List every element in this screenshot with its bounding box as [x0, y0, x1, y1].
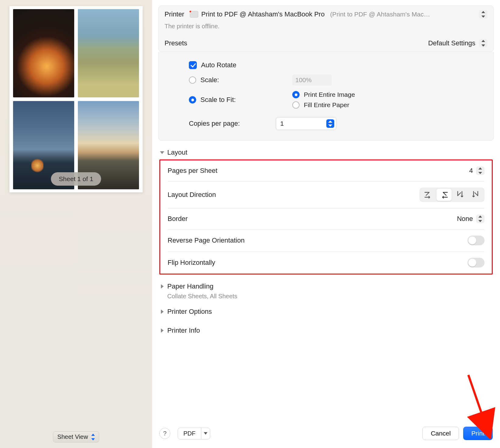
printer-icon [190, 11, 198, 18]
printer-detail: (Print to PDF @ Ahtasham's Mac… [330, 11, 474, 18]
pages-per-sheet-label: Pages per Sheet [168, 167, 217, 175]
chevron-right-icon [159, 328, 164, 333]
reverse-orientation-row: Reverse Page Orientation [168, 229, 484, 252]
border-stepper[interactable] [476, 215, 484, 223]
pages-per-sheet-row[interactable]: Pages per Sheet 4 [168, 160, 484, 181]
printer-name-group: Print to PDF @ Ahtasham's MacBook Pro [190, 10, 325, 18]
flip-horizontally-toggle[interactable] [467, 258, 484, 268]
printer-stepper[interactable] [479, 10, 488, 19]
copies-per-page-label: Copies per page: [189, 120, 240, 128]
printer-options-title: Printer Options [167, 308, 212, 316]
pdf-chevron [201, 428, 210, 439]
scaling-panel: Auto Rotate Scale: Scale to Fit: Print E… [158, 52, 494, 141]
layout-direction-row: Layout Direction [168, 181, 484, 208]
layout-title: Layout [167, 149, 187, 156]
scale-radio[interactable] [189, 76, 196, 84]
fill-entire-radio[interactable] [292, 101, 300, 109]
border-row[interactable]: Border None [168, 208, 484, 229]
layout-direction-option-4[interactable] [468, 189, 483, 201]
print-button[interactable]: Print [463, 427, 493, 440]
pages-per-sheet-value: 4 [469, 167, 473, 175]
auto-rotate-label: Auto Rotate [201, 61, 236, 69]
updown-icon [326, 119, 334, 128]
layout-direction-option-3[interactable] [452, 189, 467, 201]
print-entire-label: Print Entire Image [304, 91, 355, 98]
thumbnail-grid [13, 9, 139, 189]
copies-value: 1 [280, 120, 284, 127]
paper-handling-title: Paper Handling [167, 282, 214, 290]
layout-options-box: Pages per Sheet 4 Layout Direction [159, 159, 493, 275]
printer-name: Print to PDF @ Ahtasham's MacBook Pro [201, 10, 325, 18]
presets-label: Presets [165, 39, 187, 47]
fill-entire-label: Fill Entire Paper [304, 101, 349, 109]
printer-label: Printer [165, 10, 184, 18]
pdf-label: PDF [178, 428, 201, 439]
updown-icon [477, 215, 483, 222]
updown-icon [481, 11, 486, 18]
pdf-menu-button[interactable]: PDF [178, 428, 210, 439]
layout-direction-option-1[interactable] [421, 189, 436, 201]
sheet-indicator-badge: Sheet 1 of 1 [51, 172, 101, 186]
printer-offline-message: The printer is offline. [158, 23, 494, 35]
printer-options-header[interactable]: Printer Options [159, 308, 493, 316]
copies-per-page-select[interactable]: 1 [276, 117, 337, 130]
updown-icon [481, 40, 486, 47]
flip-horizontally-row: Flip Horizontally [168, 252, 484, 274]
reverse-orientation-toggle[interactable] [467, 236, 484, 245]
border-value: None [457, 215, 473, 223]
scale-to-fit-radio[interactable] [189, 96, 196, 103]
thumbnail-image [78, 9, 139, 97]
preview-sheet: Sheet 1 of 1 [9, 6, 143, 192]
printer-info-header[interactable]: Printer Info [159, 327, 493, 334]
svg-line-0 [468, 375, 486, 426]
layout-direction-option-2[interactable] [436, 189, 452, 201]
flip-horizontally-label: Flip Horizontally [168, 259, 215, 267]
presets-row[interactable]: Presets Default Settings [158, 35, 494, 52]
updown-icon [90, 434, 96, 440]
chevron-right-icon [159, 309, 164, 314]
layout-direction-label: Layout Direction [168, 191, 216, 199]
border-label: Border [168, 215, 188, 223]
dialog-footer: ? PDF Cancel Print [152, 420, 500, 448]
chevron-down-icon [204, 432, 207, 435]
sheet-view-popup[interactable]: Sheet View [53, 431, 99, 443]
preview-pane: Sheet 1 of 1 Sheet View [0, 0, 152, 448]
help-button[interactable]: ? [159, 428, 170, 439]
settings-pane: Printer Print to PDF @ Ahtasham's MacBoo… [152, 0, 500, 448]
updown-icon [477, 167, 483, 174]
scale-label: Scale: [200, 76, 219, 84]
presets-stepper[interactable] [479, 39, 488, 47]
auto-rotate-checkbox[interactable] [189, 61, 197, 69]
sheet-view-label: Sheet View [57, 433, 88, 440]
presets-value: Default Settings [428, 39, 475, 47]
layout-direction-segmented [419, 187, 484, 202]
cancel-button[interactable]: Cancel [422, 427, 459, 440]
reverse-orientation-label: Reverse Page Orientation [168, 236, 245, 244]
printer-info-title: Printer Info [167, 327, 200, 334]
thumbnail-image [13, 9, 74, 97]
printer-row[interactable]: Printer Print to PDF @ Ahtasham's MacBoo… [158, 6, 494, 23]
printer-presets-card: Printer Print to PDF @ Ahtasham's MacBoo… [158, 5, 494, 52]
print-entire-radio[interactable] [292, 91, 300, 98]
layout-header[interactable]: Layout [159, 149, 493, 156]
chevron-right-icon [159, 284, 164, 289]
paper-handling-subtitle: Collate Sheets, All Sheets [167, 293, 493, 300]
pages-per-sheet-stepper[interactable] [476, 166, 484, 175]
chevron-down-icon [159, 150, 164, 155]
paper-handling-header[interactable]: Paper Handling [159, 282, 493, 290]
scale-input [292, 75, 332, 86]
scale-to-fit-label: Scale to Fit: [200, 96, 236, 104]
